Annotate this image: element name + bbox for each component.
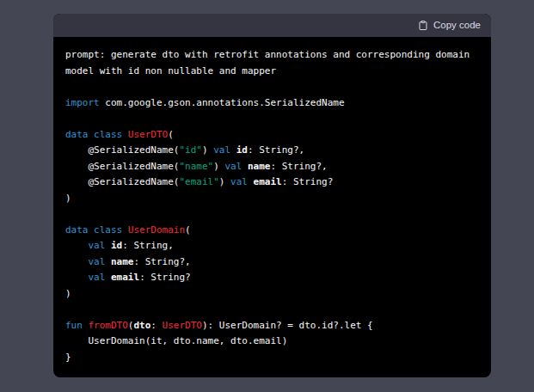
code-line: ) [65, 286, 479, 303]
code-line: val email: String? [65, 270, 479, 286]
code-line: import com.google.gson.annotations.Seria… [65, 95, 479, 112]
code-content: prompt: generate dto with retrofit annot… [53, 37, 491, 377]
code-line [65, 302, 479, 318]
code-line: data class UserDTO( [65, 127, 479, 144]
code-line [65, 111, 479, 127]
code-line: ) [65, 191, 479, 207]
code-line: data class UserDomain( [65, 223, 479, 239]
code-line: @SerializedName("name") val name: String… [65, 159, 479, 175]
code-line: } [65, 350, 479, 366]
copy-code-button[interactable]: Copy code [418, 20, 481, 31]
code-line: val name: String?, [65, 254, 479, 271]
code-line: model with id non nullable and mapper [65, 64, 479, 80]
code-line: prompt: generate dto with retrofit annot… [65, 47, 479, 64]
code-line: UserDomain(it, dto.name, dto.email) [65, 334, 479, 350]
code-line [65, 79, 479, 95]
code-line [65, 206, 479, 223]
code-block: Copy code prompt: generate dto with retr… [53, 14, 491, 377]
clipboard-icon [418, 20, 428, 31]
code-line: @SerializedName("email") val email: Stri… [65, 175, 479, 191]
code-line: val id: String, [65, 238, 479, 254]
code-line: @SerializedName("id") val id: String?, [65, 143, 479, 159]
copy-code-label: Copy code [433, 21, 481, 31]
code-line: fun fromDTO(dto: UserDTO): UserDomain? =… [65, 318, 479, 334]
code-header: Copy code [53, 14, 491, 37]
code-text: prompt: generate dto with retrofit annot… [65, 47, 479, 365]
